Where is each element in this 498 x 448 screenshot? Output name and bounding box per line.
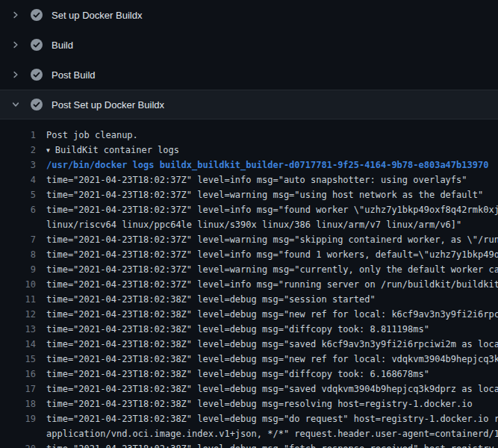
log-text: Post job cleanup. bbox=[46, 128, 498, 143]
chevron-right-icon bbox=[10, 40, 21, 50]
line-number[interactable]: 6 bbox=[0, 202, 36, 217]
log-line: 18time="2021-04-23T18:02:38Z" level=debu… bbox=[0, 396, 498, 411]
log-text: time="2021-04-23T18:02:38Z" level=debug … bbox=[46, 396, 498, 411]
check-circle-icon bbox=[31, 39, 43, 51]
log-text: time="2021-04-23T18:02:38Z" level=debug … bbox=[46, 322, 498, 337]
line-number[interactable]: 12 bbox=[0, 307, 36, 322]
log-line: 15time="2021-04-23T18:02:38Z" level=debu… bbox=[0, 352, 498, 367]
line-number[interactable]: 13 bbox=[0, 322, 36, 337]
step-section-build[interactable]: Build bbox=[0, 30, 498, 60]
log-line: 10time="2021-04-23T18:02:37Z" level=info… bbox=[0, 277, 498, 292]
step-section-post-set-up-docker-buildx[interactable]: Post Set up Docker Buildx bbox=[0, 90, 498, 119]
log-text: time="2021-04-23T18:02:38Z" level=debug … bbox=[46, 337, 498, 352]
log-line: 2▼BuildKit container logs bbox=[0, 143, 498, 158]
log-text: time="2021-04-23T18:02:38Z" level=debug … bbox=[46, 382, 498, 396]
log-text: time="2021-04-23T18:02:37Z" level=warnin… bbox=[46, 232, 498, 247]
log-text: time="2021-04-23T18:02:38Z" level=debug … bbox=[46, 292, 498, 307]
line-number[interactable]: 3 bbox=[0, 158, 36, 172]
line-number[interactable]: 18 bbox=[0, 396, 36, 411]
log-text: application/vnd.oci.image.index.v1+json,… bbox=[46, 426, 498, 441]
log-line: application/vnd.oci.image.index.v1+json,… bbox=[0, 426, 498, 441]
line-number[interactable]: 9 bbox=[0, 262, 36, 277]
log-line: 14time="2021-04-23T18:02:38Z" level=debu… bbox=[0, 337, 498, 352]
line-number bbox=[0, 217, 36, 232]
log-pane: 1Post job cleanup.2▼BuildKit container l… bbox=[0, 119, 498, 448]
line-number[interactable]: 19 bbox=[0, 411, 36, 426]
log-line: 9time="2021-04-23T18:02:37Z" level=warni… bbox=[0, 262, 498, 277]
actions-log-viewer: Set up Docker Buildx Build Post Build Po… bbox=[0, 0, 498, 448]
log-line: 4time="2021-04-23T18:02:37Z" level=info … bbox=[0, 172, 498, 187]
line-number[interactable]: 16 bbox=[0, 367, 36, 382]
log-line: 6time="2021-04-23T18:02:37Z" level=info … bbox=[0, 202, 498, 217]
log-text: time="2021-04-23T18:02:38Z" level=debug … bbox=[46, 441, 498, 448]
line-number[interactable]: 5 bbox=[0, 187, 36, 202]
log-text: time="2021-04-23T18:02:37Z" level=info m… bbox=[46, 202, 498, 217]
step-title: Build bbox=[52, 40, 73, 51]
step-section-set-up-docker-buildx[interactable]: Set up Docker Buildx bbox=[0, 0, 498, 30]
check-circle-icon bbox=[31, 9, 43, 21]
chevron-right-icon bbox=[10, 10, 21, 20]
check-circle-icon bbox=[31, 69, 43, 81]
chevron-down-icon: ▼ bbox=[46, 143, 50, 158]
log-text: time="2021-04-23T18:02:37Z" level=warnin… bbox=[46, 187, 498, 202]
line-number[interactable]: 1 bbox=[0, 128, 36, 143]
log-text: time="2021-04-23T18:02:37Z" level=info m… bbox=[46, 247, 498, 262]
log-group-toggle[interactable]: ▼BuildKit container logs bbox=[46, 143, 498, 158]
log-text: linux/riscv64 linux/ppc64le linux/s390x … bbox=[46, 217, 498, 232]
step-title: Set up Docker Buildx bbox=[52, 10, 142, 21]
line-number bbox=[0, 426, 36, 441]
log-line: 8time="2021-04-23T18:02:37Z" level=info … bbox=[0, 247, 498, 262]
log-line: 12time="2021-04-23T18:02:38Z" level=debu… bbox=[0, 307, 498, 322]
line-number[interactable]: 17 bbox=[0, 382, 36, 396]
log-line: 3/usr/bin/docker logs buildx_buildkit_bu… bbox=[0, 158, 498, 172]
log-line: linux/riscv64 linux/ppc64le linux/s390x … bbox=[0, 217, 498, 232]
chevron-right-icon bbox=[10, 69, 21, 80]
check-circle-icon bbox=[31, 99, 43, 111]
line-number[interactable]: 2 bbox=[0, 143, 36, 158]
line-number[interactable]: 10 bbox=[0, 277, 36, 292]
log-line: 11time="2021-04-23T18:02:38Z" level=debu… bbox=[0, 292, 498, 307]
command-text: /usr/bin/docker logs buildx_buildkit_bui… bbox=[46, 158, 498, 172]
log-line: 13time="2021-04-23T18:02:38Z" level=debu… bbox=[0, 322, 498, 337]
line-number[interactable]: 11 bbox=[0, 292, 36, 307]
line-number[interactable]: 20 bbox=[0, 441, 36, 448]
log-line: 1Post job cleanup. bbox=[0, 128, 498, 143]
log-text: time="2021-04-23T18:02:37Z" level=warnin… bbox=[46, 262, 498, 277]
line-number[interactable]: 7 bbox=[0, 232, 36, 247]
log-text: time="2021-04-23T18:02:38Z" level=debug … bbox=[46, 307, 498, 322]
line-number[interactable]: 8 bbox=[0, 247, 36, 262]
log-line: 17time="2021-04-23T18:02:38Z" level=debu… bbox=[0, 382, 498, 396]
log-line: 7time="2021-04-23T18:02:37Z" level=warni… bbox=[0, 232, 498, 247]
log-text: time="2021-04-23T18:02:37Z" level=info m… bbox=[46, 277, 498, 292]
step-title: Post Build bbox=[52, 69, 96, 81]
chevron-down-icon bbox=[10, 99, 21, 110]
log-text: time="2021-04-23T18:02:38Z" level=debug … bbox=[46, 411, 498, 426]
line-number[interactable]: 14 bbox=[0, 337, 36, 352]
log-line: 20time="2021-04-23T18:02:38Z" level=debu… bbox=[0, 441, 498, 448]
line-number[interactable]: 15 bbox=[0, 352, 36, 367]
log-text: time="2021-04-23T18:02:37Z" level=info m… bbox=[46, 172, 498, 187]
line-number[interactable]: 4 bbox=[0, 172, 36, 187]
log-text: time="2021-04-23T18:02:38Z" level=debug … bbox=[46, 367, 498, 382]
step-title: Post Set up Docker Buildx bbox=[52, 99, 164, 111]
log-line: 16time="2021-04-23T18:02:38Z" level=debu… bbox=[0, 367, 498, 382]
log-text: time="2021-04-23T18:02:38Z" level=debug … bbox=[46, 352, 498, 367]
log-line: 5time="2021-04-23T18:02:37Z" level=warni… bbox=[0, 187, 498, 202]
log-line: 19time="2021-04-23T18:02:38Z" level=debu… bbox=[0, 411, 498, 426]
step-section-post-build[interactable]: Post Build bbox=[0, 60, 498, 90]
